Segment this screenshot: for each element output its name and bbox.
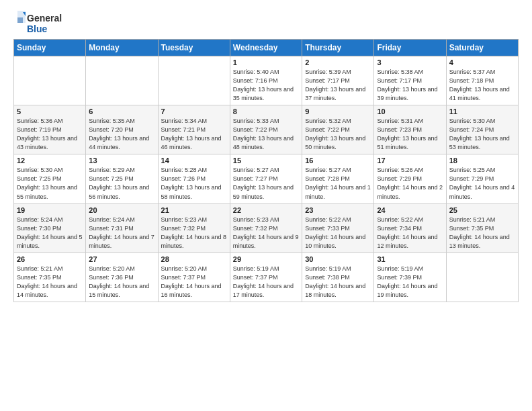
day-number: 21	[161, 206, 227, 214]
calendar-cell: 27Sunrise: 5:20 AMSunset: 7:36 PMDayligh…	[86, 253, 158, 302]
calendar-cell: 29Sunrise: 5:19 AMSunset: 7:37 PMDayligh…	[230, 253, 302, 302]
calendar-cell	[446, 253, 518, 302]
day-info: Sunrise: 5:36 AMSunset: 7:19 PMDaylight:…	[17, 117, 83, 152]
day-number: 19	[17, 206, 83, 214]
svg-marker-4	[17, 17, 23, 23]
calendar-cell: 31Sunrise: 5:19 AMSunset: 7:39 PMDayligh…	[374, 253, 446, 302]
weekday-header-monday: Monday	[86, 40, 158, 56]
calendar-cell: 10Sunrise: 5:31 AMSunset: 7:23 PMDayligh…	[374, 105, 446, 154]
day-info: Sunrise: 5:27 AMSunset: 7:28 PMDaylight:…	[305, 166, 371, 201]
day-number: 7	[161, 107, 227, 116]
day-number: 5	[17, 107, 83, 116]
calendar-cell: 20Sunrise: 5:24 AMSunset: 7:31 PMDayligh…	[86, 203, 158, 253]
calendar-cell: 9Sunrise: 5:32 AMSunset: 7:22 PMDaylight…	[302, 105, 374, 154]
calendar-week-row: 19Sunrise: 5:24 AMSunset: 7:30 PMDayligh…	[14, 203, 519, 253]
weekday-header-tuesday: Tuesday	[158, 40, 230, 56]
day-number: 13	[89, 156, 154, 165]
day-number: 18	[449, 156, 515, 165]
day-info: Sunrise: 5:29 AMSunset: 7:25 PMDaylight:…	[89, 166, 154, 201]
day-number: 6	[89, 107, 154, 116]
day-number: 30	[305, 255, 371, 263]
day-number: 31	[377, 255, 443, 263]
calendar-cell: 11Sunrise: 5:30 AMSunset: 7:24 PMDayligh…	[446, 105, 518, 154]
calendar-cell: 28Sunrise: 5:20 AMSunset: 7:37 PMDayligh…	[158, 253, 230, 302]
day-number: 23	[305, 206, 371, 214]
calendar-cell: 3Sunrise: 5:38 AMSunset: 7:17 PMDaylight…	[374, 56, 446, 105]
day-number: 3	[377, 58, 443, 66]
day-info: Sunrise: 5:22 AMSunset: 7:34 PMDaylight:…	[377, 216, 443, 250]
day-info: Sunrise: 5:21 AMSunset: 7:35 PMDaylight:…	[449, 216, 515, 250]
day-number: 12	[17, 156, 83, 165]
calendar-cell: 17Sunrise: 5:26 AMSunset: 7:29 PMDayligh…	[374, 154, 446, 203]
calendar-cell	[158, 56, 230, 105]
calendar-week-row: 5Sunrise: 5:36 AMSunset: 7:19 PMDaylight…	[14, 105, 519, 154]
day-number: 20	[89, 206, 154, 214]
calendar-cell: 6Sunrise: 5:35 AMSunset: 7:20 PMDaylight…	[86, 105, 158, 154]
weekday-header-row: SundayMondayTuesdayWednesdayThursdayFrid…	[14, 40, 519, 56]
day-info: Sunrise: 5:33 AMSunset: 7:22 PMDaylight:…	[233, 117, 299, 152]
day-number: 17	[377, 156, 443, 165]
calendar-week-row: 12Sunrise: 5:30 AMSunset: 7:25 PMDayligh…	[14, 154, 519, 203]
calendar-table: SundayMondayTuesdayWednesdayThursdayFrid…	[13, 39, 519, 302]
svg-text:General: General	[27, 13, 62, 24]
calendar-cell: 26Sunrise: 5:21 AMSunset: 7:35 PMDayligh…	[14, 253, 86, 302]
day-number: 4	[449, 58, 515, 66]
calendar-cell: 13Sunrise: 5:29 AMSunset: 7:25 PMDayligh…	[86, 154, 158, 203]
day-info: Sunrise: 5:19 AMSunset: 7:37 PMDaylight:…	[233, 265, 299, 300]
day-number: 15	[233, 156, 299, 165]
calendar-cell: 21Sunrise: 5:23 AMSunset: 7:32 PMDayligh…	[158, 203, 230, 253]
calendar-cell: 2Sunrise: 5:39 AMSunset: 7:17 PMDaylight…	[302, 56, 374, 105]
day-number: 11	[449, 107, 515, 116]
calendar-cell: 14Sunrise: 5:28 AMSunset: 7:26 PMDayligh…	[158, 154, 230, 203]
day-number: 2	[305, 58, 371, 66]
calendar-cell: 25Sunrise: 5:21 AMSunset: 7:35 PMDayligh…	[446, 203, 518, 253]
day-info: Sunrise: 5:24 AMSunset: 7:31 PMDaylight:…	[89, 216, 154, 250]
day-info: Sunrise: 5:23 AMSunset: 7:32 PMDaylight:…	[233, 216, 299, 250]
day-info: Sunrise: 5:35 AMSunset: 7:20 PMDaylight:…	[89, 117, 154, 152]
calendar-cell: 12Sunrise: 5:30 AMSunset: 7:25 PMDayligh…	[14, 154, 86, 203]
day-info: Sunrise: 5:20 AMSunset: 7:36 PMDaylight:…	[89, 265, 154, 300]
day-info: Sunrise: 5:25 AMSunset: 7:29 PMDaylight:…	[449, 166, 515, 201]
calendar-week-row: 26Sunrise: 5:21 AMSunset: 7:35 PMDayligh…	[14, 253, 519, 302]
weekday-header-saturday: Saturday	[446, 40, 518, 56]
day-number: 8	[233, 107, 299, 116]
weekday-header-sunday: Sunday	[14, 40, 86, 56]
calendar-cell	[86, 56, 158, 105]
day-info: Sunrise: 5:39 AMSunset: 7:17 PMDaylight:…	[305, 68, 371, 103]
weekday-header-thursday: Thursday	[302, 40, 374, 56]
day-info: Sunrise: 5:31 AMSunset: 7:23 PMDaylight:…	[377, 117, 443, 152]
day-info: Sunrise: 5:40 AMSunset: 7:16 PMDaylight:…	[233, 68, 299, 103]
day-info: Sunrise: 5:19 AMSunset: 7:38 PMDaylight:…	[305, 265, 371, 300]
day-info: Sunrise: 5:23 AMSunset: 7:32 PMDaylight:…	[161, 216, 227, 250]
day-info: Sunrise: 5:22 AMSunset: 7:33 PMDaylight:…	[305, 216, 371, 250]
calendar-cell: 23Sunrise: 5:22 AMSunset: 7:33 PMDayligh…	[302, 203, 374, 253]
day-info: Sunrise: 5:32 AMSunset: 7:22 PMDaylight:…	[305, 117, 371, 152]
calendar-cell: 5Sunrise: 5:36 AMSunset: 7:19 PMDaylight…	[14, 105, 86, 154]
day-info: Sunrise: 5:30 AMSunset: 7:25 PMDaylight:…	[17, 166, 83, 201]
day-number: 26	[17, 255, 83, 263]
day-number: 16	[305, 156, 371, 165]
day-number: 28	[161, 255, 227, 263]
calendar-cell: 18Sunrise: 5:25 AMSunset: 7:29 PMDayligh…	[446, 154, 518, 203]
day-info: Sunrise: 5:21 AMSunset: 7:35 PMDaylight:…	[17, 265, 83, 300]
calendar-cell: 4Sunrise: 5:37 AMSunset: 7:18 PMDaylight…	[446, 56, 518, 105]
calendar-cell: 22Sunrise: 5:23 AMSunset: 7:32 PMDayligh…	[230, 203, 302, 253]
calendar-cell: 7Sunrise: 5:34 AMSunset: 7:21 PMDaylight…	[158, 105, 230, 154]
logo-svg: General Blue	[13, 11, 74, 35]
day-number: 9	[305, 107, 371, 116]
day-info: Sunrise: 5:34 AMSunset: 7:21 PMDaylight:…	[161, 117, 227, 152]
calendar-cell: 8Sunrise: 5:33 AMSunset: 7:22 PMDaylight…	[230, 105, 302, 154]
calendar-cell: 16Sunrise: 5:27 AMSunset: 7:28 PMDayligh…	[302, 154, 374, 203]
weekday-header-wednesday: Wednesday	[230, 40, 302, 56]
weekday-header-friday: Friday	[374, 40, 446, 56]
logo: General Blue	[13, 11, 74, 35]
day-info: Sunrise: 5:20 AMSunset: 7:37 PMDaylight:…	[161, 265, 227, 300]
day-number: 10	[377, 107, 443, 116]
day-number: 24	[377, 206, 443, 214]
day-number: 29	[233, 255, 299, 263]
day-info: Sunrise: 5:38 AMSunset: 7:17 PMDaylight:…	[377, 68, 443, 103]
day-info: Sunrise: 5:27 AMSunset: 7:27 PMDaylight:…	[233, 166, 299, 201]
day-number: 14	[161, 156, 227, 165]
calendar-cell: 19Sunrise: 5:24 AMSunset: 7:30 PMDayligh…	[14, 203, 86, 253]
day-info: Sunrise: 5:28 AMSunset: 7:26 PMDaylight:…	[161, 166, 227, 201]
